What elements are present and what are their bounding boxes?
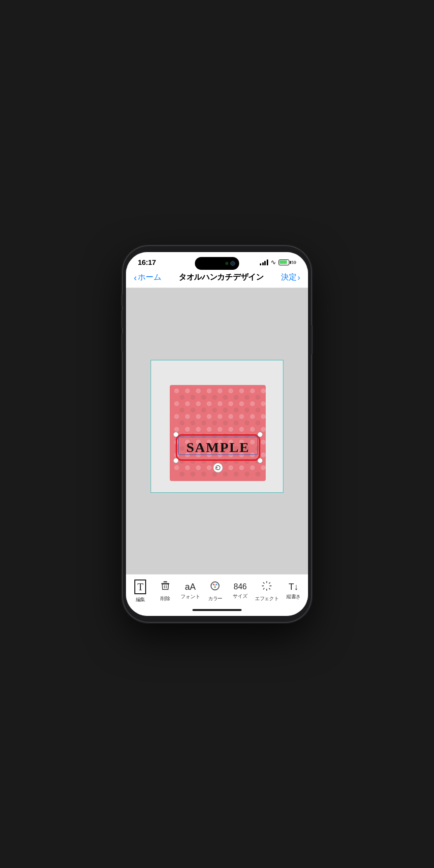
- canvas-area[interactable]: SAMPLE: [126, 288, 308, 574]
- svg-point-46: [212, 420, 217, 425]
- confirm-button[interactable]: 決定 ›: [281, 272, 300, 283]
- power-button[interactable]: [311, 325, 313, 354]
- svg-point-45: [201, 420, 206, 425]
- svg-point-59: [261, 427, 266, 432]
- design-canvas[interactable]: SAMPLE: [151, 360, 283, 493]
- nav-bar: ‹ ホーム タオルハンカチデザイン 決定 ›: [126, 268, 308, 288]
- svg-point-113: [201, 472, 206, 477]
- battery-value: 59: [291, 260, 296, 265]
- back-label: ホーム: [138, 272, 161, 283]
- svg-point-13: [223, 395, 228, 400]
- svg-line-134: [269, 582, 270, 583]
- svg-point-12: [212, 395, 217, 400]
- svg-point-49: [245, 420, 249, 425]
- svg-point-112: [190, 472, 195, 477]
- size-icon: 846: [234, 583, 247, 591]
- svg-point-40: [239, 414, 244, 419]
- svg-point-48: [234, 420, 239, 425]
- handle-bottom-right[interactable]: [257, 458, 263, 463]
- signal-icon: [260, 259, 268, 265]
- svg-point-15: [245, 395, 249, 400]
- tool-font[interactable]: aA フォント: [180, 582, 201, 600]
- battery-icon: 59: [279, 259, 296, 265]
- font-label: フォント: [181, 593, 200, 600]
- svg-point-28: [201, 408, 206, 413]
- svg-point-8: [261, 388, 266, 393]
- svg-point-117: [245, 472, 249, 477]
- status-bar: 16:17 ∿ 59: [126, 252, 308, 268]
- svg-point-36: [196, 414, 201, 419]
- di-indicator: [225, 262, 228, 265]
- text-element[interactable]: SAMPLE: [176, 434, 260, 461]
- svg-point-24: [250, 401, 255, 406]
- svg-point-41: [250, 414, 255, 419]
- volume-up-button[interactable]: [121, 310, 123, 328]
- svg-line-133: [269, 588, 270, 589]
- color-label: カラー: [208, 595, 222, 602]
- svg-point-39: [228, 414, 233, 419]
- home-bar: [192, 609, 242, 611]
- rotate-handle[interactable]: [213, 463, 223, 473]
- svg-point-125: [216, 583, 217, 585]
- tool-vertical[interactable]: T↓ 縦書き: [283, 582, 304, 600]
- status-icons: ∿ 59: [260, 258, 296, 266]
- svg-point-10: [190, 395, 195, 400]
- svg-point-43: [180, 420, 185, 425]
- svg-point-35: [185, 414, 190, 419]
- svg-point-54: [207, 427, 212, 432]
- svg-point-57: [239, 427, 244, 432]
- page-title: タオルハンカチデザイン: [179, 272, 264, 283]
- svg-point-109: [250, 465, 255, 470]
- svg-point-16: [255, 395, 260, 400]
- svg-point-103: [185, 465, 190, 470]
- di-camera: [230, 261, 235, 266]
- tool-size[interactable]: 846 サイズ: [230, 583, 250, 600]
- fabric-element[interactable]: SAMPLE: [170, 385, 266, 481]
- edit-label: 編集: [136, 596, 146, 603]
- edit-icon: T: [134, 579, 146, 594]
- svg-point-11: [201, 395, 206, 400]
- svg-point-55: [217, 427, 222, 432]
- svg-point-58: [250, 427, 255, 432]
- svg-point-22: [228, 401, 233, 406]
- tool-color[interactable]: カラー: [205, 580, 225, 602]
- svg-point-108: [239, 465, 244, 470]
- volume-down-button[interactable]: [121, 334, 123, 352]
- home-indicator-area: [126, 606, 308, 616]
- svg-point-127: [215, 585, 216, 586]
- mute-button[interactable]: [121, 294, 123, 306]
- svg-point-17: [174, 401, 179, 406]
- tool-delete[interactable]: 削除: [155, 580, 176, 602]
- sample-text[interactable]: SAMPLE: [186, 440, 250, 455]
- handle-bottom-left[interactable]: [173, 458, 179, 463]
- svg-point-26: [180, 408, 185, 413]
- svg-point-4: [217, 388, 222, 393]
- wifi-icon: ∿: [271, 258, 276, 266]
- handle-top-right[interactable]: [257, 432, 263, 437]
- tool-effect[interactable]: エフェクト: [255, 580, 279, 602]
- svg-point-102: [174, 465, 179, 470]
- svg-point-50: [255, 420, 260, 425]
- svg-point-30: [223, 408, 228, 413]
- svg-point-29: [212, 408, 217, 413]
- handle-top-left[interactable]: [173, 432, 179, 437]
- back-button[interactable]: ‹ ホーム: [134, 272, 161, 283]
- svg-point-32: [245, 408, 249, 413]
- svg-point-18: [185, 401, 190, 406]
- svg-point-20: [207, 401, 212, 406]
- svg-point-115: [223, 472, 228, 477]
- color-icon: [210, 580, 220, 593]
- svg-point-53: [196, 427, 201, 432]
- svg-point-116: [234, 472, 239, 477]
- effect-icon: [261, 580, 272, 593]
- rotate-icon: [215, 465, 221, 471]
- svg-point-47: [223, 420, 228, 425]
- svg-point-5: [228, 388, 233, 393]
- svg-point-0: [174, 388, 179, 393]
- dynamic-island: [195, 257, 239, 270]
- tool-edit[interactable]: T 編集: [130, 579, 151, 603]
- svg-point-51: [174, 427, 179, 432]
- svg-point-56: [228, 427, 233, 432]
- phone-frame: 16:17 ∿ 59: [123, 246, 311, 622]
- svg-point-23: [239, 401, 244, 406]
